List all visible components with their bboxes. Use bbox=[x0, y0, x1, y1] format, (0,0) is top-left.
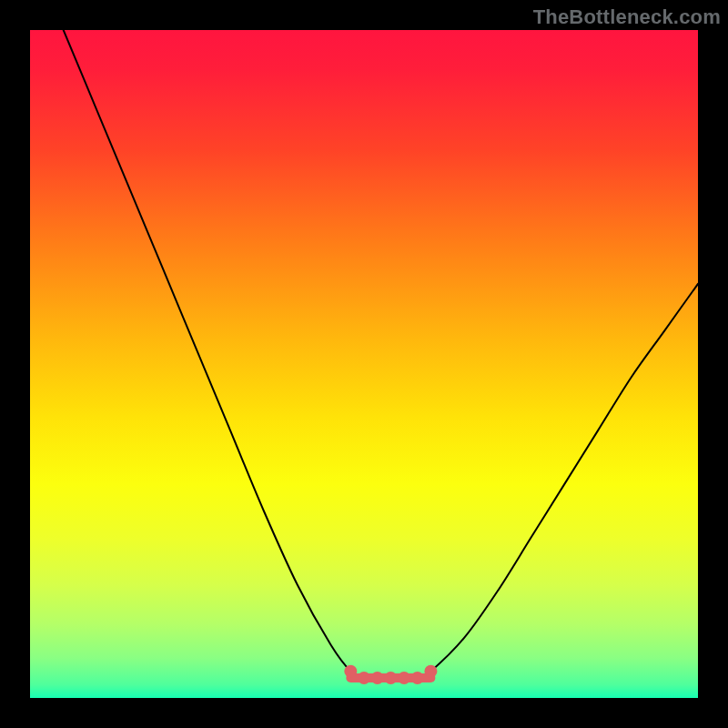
curve-marker bbox=[424, 665, 437, 678]
plot-area bbox=[30, 30, 698, 698]
curve-marker bbox=[344, 665, 357, 678]
curve-marker bbox=[371, 672, 384, 684]
curve-marker bbox=[411, 672, 424, 684]
bottleneck-curve bbox=[64, 30, 698, 679]
chart-frame: TheBottleneck.com bbox=[0, 0, 728, 728]
curve-marker bbox=[384, 672, 397, 684]
curve-marker bbox=[398, 672, 410, 684]
watermark-text: TheBottleneck.com bbox=[533, 5, 721, 29]
chart-svg bbox=[30, 30, 698, 698]
curve-marker bbox=[358, 672, 370, 684]
